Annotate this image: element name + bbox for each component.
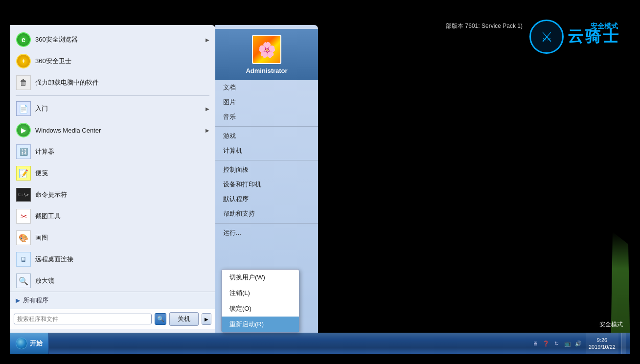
search-area: 🔍 关机 ▶ [10, 309, 215, 329]
right-menu-docs[interactable]: 文档 [215, 80, 318, 95]
clock-time: 9:26 [597, 337, 607, 343]
menu-separator-1 [16, 95, 209, 96]
submenu-switch-user[interactable]: 切换用户(W) [222, 270, 299, 285]
paint-icon: 🎨 [16, 230, 31, 246]
menu-item-paint[interactable]: 🎨 画图 [10, 227, 215, 249]
menu-item-remote[interactable]: 🖥 远程桌面连接 [10, 249, 215, 270]
search-input[interactable] [14, 314, 152, 324]
taskbar-right: 🖥 ❓ ↻ 📺 🔊 9:26 2019/10/22 [527, 333, 630, 354]
menu-item-cmd[interactable]: C:\> 命令提示符 [10, 184, 215, 205]
wmc-icon: ▶ [16, 122, 31, 138]
right-menu-defaults[interactable]: 默认程序 [215, 192, 318, 206]
menu-item-intro[interactable]: 📄 入门 [10, 98, 215, 119]
desktop: 部版本 7601: Service Pack 1) ⚔ 云骑士 安全模式 安全模… [0, 0, 640, 364]
menu-item-wmc[interactable]: ▶ Windows Media Center [10, 119, 215, 141]
right-sep-2 [215, 160, 318, 160]
version-info: 部版本 7601: Service Pack 1) [446, 22, 523, 30]
submenu-lock[interactable]: 锁定(O) [222, 301, 299, 317]
system-tray: 🖥 ❓ ↻ 📺 🔊 [531, 339, 583, 348]
tray-icon-display[interactable]: 📺 [563, 339, 572, 348]
logo-circle: ⚔ [529, 20, 564, 54]
remote-icon: 🖥 [16, 251, 31, 267]
right-menu-games[interactable]: 游戏 [215, 129, 318, 143]
menu-item-360browser[interactable]: e 360安全浏览器 [10, 29, 215, 50]
all-programs-area: ▶ 所有程序 [10, 292, 215, 309]
tray-icon-network[interactable]: 🖥 [531, 339, 540, 348]
magnifier-icon: 🔍 [16, 273, 31, 289]
taskbar: 开始 🖥 ❓ ↻ 📺 🔊 9:26 2019/10/22 [10, 333, 630, 354]
submenu-logoff[interactable]: 注销(L) [222, 285, 299, 301]
right-menu-control[interactable]: 控制面板 [215, 162, 318, 177]
shutdown-arrow-button[interactable]: ▶ [202, 313, 211, 325]
right-menu-pics[interactable]: 图片 [215, 95, 318, 110]
shutdown-submenu: 切换用户(W) 注销(L) 锁定(O) 重新启动(R) [221, 269, 299, 333]
menu-item-magnifier[interactable]: 🔍 放大镜 [10, 270, 215, 292]
menu-item-sticky[interactable]: 📝 便笺 [10, 162, 215, 184]
right-sep-3 [215, 223, 318, 224]
cmd-icon: C:\> [16, 187, 31, 203]
menu-item-uninstall[interactable]: 🗑 强力卸载电脑中的软件 [10, 72, 215, 93]
all-programs-button[interactable]: ▶ 所有程序 [16, 294, 209, 307]
search-button[interactable]: 🔍 [155, 313, 166, 325]
show-desktop-button[interactable] [621, 333, 626, 354]
360guard-icon: + [16, 53, 31, 69]
right-menu-run[interactable]: 运行... [215, 226, 318, 240]
menu-item-360guard[interactable]: + 360安全卫士 [10, 50, 215, 72]
right-menu-devices[interactable]: 设备和打印机 [215, 177, 318, 192]
search-icon: 🔍 [157, 316, 164, 322]
tray-icon-help[interactable]: ❓ [542, 339, 550, 348]
right-menu-help[interactable]: 帮助和支持 [215, 206, 318, 221]
avatar: 🌸 [252, 35, 281, 64]
safe-mode-bottom-label: 安全模式 [599, 320, 623, 329]
360browser-icon: e [16, 32, 31, 47]
right-sep-1 [215, 126, 318, 127]
avatar-image: 🌸 [253, 36, 280, 63]
safe-mode-top-label: 安全模式 [591, 22, 618, 31]
menu-item-calc[interactable]: 🔢 计算器 [10, 141, 215, 162]
intro-icon: 📄 [16, 101, 31, 116]
start-menu-left-panel: e 360安全浏览器 + 360安全卫士 🗑 强力卸载电脑中的软件 [10, 25, 215, 333]
start-label: 开始 [30, 339, 43, 348]
right-menu-computer[interactable]: 计算机 [215, 143, 318, 158]
submenu-restart[interactable]: 重新启动(R) [222, 317, 299, 332]
user-area: 🌸 Administrator [215, 29, 318, 80]
start-orb-icon [16, 338, 27, 349]
tray-icon-sound[interactable]: 🔊 [574, 339, 583, 348]
shutdown-button[interactable]: 关机 [169, 312, 199, 326]
clock-area[interactable]: 9:26 2019/10/22 [586, 333, 618, 354]
tray-icon-refresh[interactable]: ↻ [552, 339, 561, 348]
uninstall-icon: 🗑 [16, 75, 31, 91]
clock-date: 2019/10/22 [589, 343, 616, 350]
right-menu-music[interactable]: 音乐 [215, 110, 318, 124]
username-label: Administrator [246, 67, 287, 74]
snip-icon: ✂ [16, 208, 31, 224]
sticky-icon: 📝 [16, 165, 31, 181]
menu-item-snip[interactable]: ✂ 截图工具 [10, 205, 215, 227]
calc-icon: 🔢 [16, 144, 31, 159]
start-button[interactable]: 开始 [10, 333, 49, 354]
logo-knight-icon: ⚔ [541, 29, 553, 45]
screen: 部版本 7601: Service Pack 1) ⚔ 云骑士 安全模式 安全模… [10, 10, 630, 354]
